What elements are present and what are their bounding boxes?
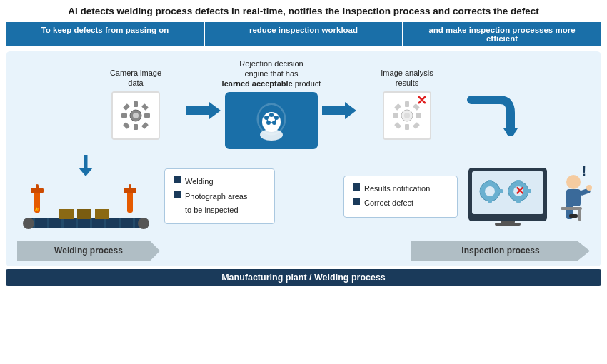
svg-rect-46: [119, 218, 121, 228]
svg-rect-45: [104, 218, 106, 228]
svg-rect-30: [393, 113, 398, 118]
bullet-correct: Correct defect: [353, 196, 448, 210]
svg-rect-76: [526, 189, 531, 193]
bullet-welding: Welding: [174, 175, 266, 188]
svg-rect-8: [123, 122, 130, 129]
svg-point-79: [566, 175, 581, 189]
svg-point-24: [260, 129, 283, 141]
top-flow: Camera imagedata: [14, 59, 593, 150]
svg-rect-44: [90, 218, 92, 228]
svg-point-1: [133, 113, 139, 118]
camera-label: Camera imagedata: [110, 68, 161, 89]
svg-rect-41: [47, 218, 49, 228]
svg-rect-39: [24, 218, 149, 228]
bottom-flow-row: Welding Photograph areasto be inspected …: [14, 155, 593, 238]
person-svg: !: [553, 164, 593, 228]
svg-rect-35: [413, 122, 420, 129]
subtitle-1: To keep defects from passing on: [6, 21, 204, 47]
camera-flow-box: Camera imagedata: [86, 68, 186, 141]
svg-rect-32: [394, 103, 401, 111]
svg-marker-25: [322, 102, 356, 119]
svg-rect-43: [76, 218, 78, 228]
welding-info-box: Welding Photograph areasto be inspected: [164, 168, 275, 224]
svg-rect-53: [34, 191, 40, 213]
svg-rect-82: [569, 214, 578, 218]
svg-rect-58: [129, 184, 131, 191]
ai-engine-icon: [225, 92, 318, 149]
subtitle-2: reduce inspection workload: [204, 21, 403, 47]
results-info-box: Results notification Correct defect: [343, 176, 458, 218]
bullet-sq-3: [353, 183, 360, 191]
page-container: AI detects welding process defects in re…: [0, 0, 607, 286]
svg-rect-7: [141, 103, 149, 111]
svg-rect-68: [488, 198, 492, 203]
bullet-notification: Results notification: [353, 182, 448, 196]
svg-rect-9: [141, 122, 149, 129]
svg-rect-3: [134, 124, 138, 130]
arrow-down-welding: [77, 155, 94, 179]
svg-rect-28: [405, 101, 409, 107]
inspection-process-label: Inspection process: [461, 246, 539, 256]
defect-gear-icon: ✕: [383, 91, 431, 140]
diagram-area: Camera imagedata: [6, 51, 601, 267]
results-flow-box: Image analysisresults ✕: [357, 68, 457, 141]
svg-rect-55: [36, 184, 39, 191]
svg-rect-47: [133, 218, 135, 228]
svg-rect-2: [134, 101, 138, 107]
inspection-process-chevron: Inspection process: [411, 241, 590, 261]
svg-rect-31: [416, 113, 421, 118]
svg-rect-51: [77, 209, 91, 219]
defect-x-mark: ✕: [416, 94, 427, 107]
svg-point-27: [404, 113, 410, 118]
svg-point-48: [23, 218, 34, 229]
svg-rect-6: [123, 103, 130, 111]
svg-rect-56: [127, 191, 133, 213]
arrow-ai-to-results: [321, 86, 357, 121]
svg-point-66: [485, 186, 495, 196]
ai-label: Rejection decisionengine that has learne…: [222, 59, 321, 89]
subtitle-3: and make inspection processes more effic…: [403, 21, 601, 47]
results-label: Image analysisresults: [381, 68, 433, 89]
bullet-text-correct: Correct defect: [364, 196, 413, 210]
bullet-text-welding: Welding: [185, 175, 214, 188]
svg-marker-36: [503, 128, 518, 136]
svg-rect-42: [61, 218, 64, 228]
process-row: Welding process Inspection process: [14, 241, 593, 261]
bottom-bar: Manufacturing plant / Welding process: [6, 269, 601, 286]
monitor-svg: ✕: [465, 164, 551, 228]
welding-machine-area: [14, 155, 157, 238]
svg-rect-69: [480, 189, 485, 193]
bullet-sq-2: [174, 191, 181, 198]
svg-rect-75: [508, 189, 513, 193]
svg-rect-74: [516, 198, 521, 203]
svg-rect-62: [495, 223, 521, 226]
svg-point-86: [586, 185, 592, 191]
svg-rect-52: [95, 209, 109, 219]
svg-rect-84: [578, 207, 581, 221]
svg-rect-67: [488, 180, 492, 185]
ai-label-bold: learned acceptable: [222, 79, 293, 88]
bullet-sq-1: [174, 176, 181, 183]
svg-marker-10: [186, 102, 221, 119]
svg-rect-70: [498, 189, 503, 193]
welding-process-chevron: Welding process: [17, 241, 160, 261]
camera-gear-icon: [111, 91, 160, 140]
svg-text:!: !: [582, 164, 586, 178]
svg-rect-5: [144, 113, 150, 118]
welding-process-label: Welding process: [54, 246, 123, 256]
svg-rect-34: [394, 122, 401, 129]
main-title: AI detects welding process defects in re…: [0, 0, 607, 21]
svg-text:✕: ✕: [515, 185, 524, 197]
ai-flow-box: Rejection decisionengine that has learne…: [221, 59, 321, 150]
bullet-text-photo: Photograph areasto be inspected: [185, 190, 247, 216]
monitor-person-area: ✕ !: [465, 164, 593, 228]
svg-marker-38: [79, 168, 93, 176]
svg-point-49: [138, 218, 149, 229]
bullet-sq-4: [353, 198, 360, 205]
svg-rect-50: [59, 209, 74, 219]
svg-rect-4: [121, 113, 127, 118]
subtitle-bar: To keep defects from passing on reduce i…: [6, 21, 601, 47]
conveyor-svg: [20, 181, 152, 238]
arrow-camera-to-ai: [186, 86, 221, 121]
svg-rect-73: [516, 180, 521, 185]
